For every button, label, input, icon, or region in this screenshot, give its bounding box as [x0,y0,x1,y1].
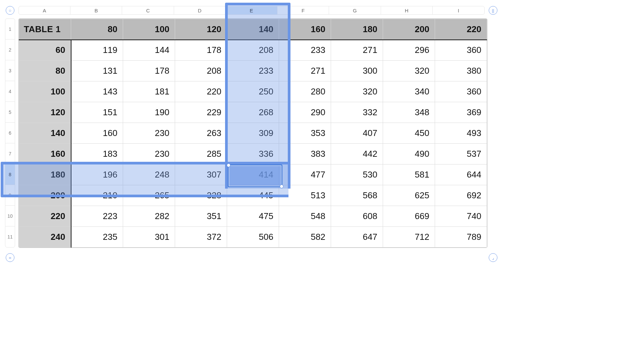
column-header-G[interactable]: G [329,6,381,14]
table-title[interactable]: TABLE 1 [19,19,71,40]
table-cell[interactable]: 647 [331,227,383,248]
table-cell[interactable]: 178 [175,40,227,61]
table-cell[interactable]: 332 [331,102,383,123]
table-row-header[interactable]: 180 [19,164,71,185]
column-header-H[interactable]: H [381,6,433,14]
table-cell[interactable]: 351 [175,206,227,227]
table-cell[interactable]: 196 [71,164,123,185]
column-header-C[interactable]: C [122,6,174,14]
table-cell[interactable]: 537 [435,144,487,164]
table-cell[interactable]: 233 [279,40,331,61]
table-cell[interactable]: 360 [435,40,487,61]
row-header-5[interactable]: 5 [5,102,15,123]
table-cell[interactable]: 414 [227,164,279,185]
table-row-header[interactable]: 120 [19,102,71,123]
table-cell[interactable]: 336 [227,144,279,164]
table-cell[interactable]: 223 [71,206,123,227]
row-header-9[interactable]: 9 [5,185,15,206]
row-header-3[interactable]: 3 [5,60,15,81]
corner-origin-button[interactable]: ○ [6,6,14,15]
corner-add-row-button[interactable]: = [6,253,14,262]
table-cell[interactable]: 360 [435,81,487,102]
column-header-I[interactable]: I [433,6,484,14]
table-cell[interactable]: 530 [331,164,383,185]
table-cell[interactable]: 271 [279,61,331,81]
table-row-header[interactable]: 160 [19,144,71,164]
table-col-header[interactable]: 140 [227,19,279,40]
column-header-E[interactable]: E [226,6,277,14]
table-cell[interactable]: 296 [383,40,435,61]
row-header-2[interactable]: 2 [5,40,15,60]
table-cell[interactable]: 608 [331,206,383,227]
column-header-B[interactable]: B [70,6,122,14]
column-header-F[interactable]: F [277,6,329,14]
table-cell[interactable]: 581 [383,164,435,185]
corner-add-column-button[interactable]: || [489,6,497,15]
table-col-header[interactable]: 100 [123,19,175,40]
table-cell[interactable]: 490 [383,144,435,164]
table-cell[interactable]: 320 [383,61,435,81]
corner-resize-button[interactable]: ⌟ [489,253,497,262]
table-row-header[interactable]: 200 [19,185,71,206]
table-cell[interactable]: 740 [435,206,487,227]
table-cell[interactable]: 160 [71,123,123,144]
table-cell[interactable]: 320 [331,81,383,102]
table-cell[interactable]: 143 [71,81,123,102]
table-cell[interactable]: 282 [123,206,175,227]
table-cell[interactable]: 229 [175,102,227,123]
table-cell[interactable]: 789 [435,227,487,248]
table-cell[interactable]: 271 [331,40,383,61]
table-cell[interactable]: 372 [175,227,227,248]
table-cell[interactable]: 692 [435,185,487,206]
row-header-1[interactable]: 1 [5,19,15,40]
table-cell[interactable]: 250 [227,81,279,102]
table-cell[interactable]: 268 [227,102,279,123]
table-cell[interactable]: 144 [123,40,175,61]
table-col-header[interactable]: 220 [435,19,487,40]
table-cell[interactable]: 513 [279,185,331,206]
table-cell[interactable]: 131 [71,61,123,81]
table-cell[interactable]: 348 [383,102,435,123]
table-cell[interactable]: 233 [227,61,279,81]
table-row-header[interactable]: 240 [19,227,71,248]
table-cell[interactable]: 235 [71,227,123,248]
table-cell[interactable]: 230 [123,123,175,144]
table-cell[interactable]: 380 [435,61,487,81]
table-col-header[interactable]: 120 [175,19,227,40]
table-row-header[interactable]: 220 [19,206,71,227]
row-header-6[interactable]: 6 [5,123,15,143]
table-cell[interactable]: 300 [331,61,383,81]
table-cell[interactable]: 644 [435,164,487,185]
table-cell[interactable]: 353 [279,123,331,144]
table-col-header[interactable]: 180 [331,19,383,40]
table-cell[interactable]: 450 [383,123,435,144]
row-header-4[interactable]: 4 [5,81,15,102]
table-cell[interactable]: 582 [279,227,331,248]
table-col-header[interactable]: 200 [383,19,435,40]
table-cell[interactable]: 119 [71,40,123,61]
table-col-header[interactable]: 80 [71,19,123,40]
table-cell[interactable]: 475 [227,206,279,227]
table-cell[interactable]: 506 [227,227,279,248]
table-cell[interactable]: 369 [435,102,487,123]
table-cell[interactable]: 493 [435,123,487,144]
table-cell[interactable]: 568 [331,185,383,206]
table-cell[interactable]: 290 [279,102,331,123]
table-cell[interactable]: 220 [175,81,227,102]
table-cell[interactable]: 208 [227,40,279,61]
table-cell[interactable]: 669 [383,206,435,227]
table-cell[interactable]: 442 [331,144,383,164]
table-cell[interactable]: 477 [279,164,331,185]
spreadsheet-body[interactable]: TABLE 1801001201401601802002206011914417… [18,18,487,248]
table-cell[interactable]: 625 [383,185,435,206]
table-cell[interactable]: 407 [331,123,383,144]
row-header-7[interactable]: 7 [5,143,15,164]
table-cell[interactable]: 309 [227,123,279,144]
table-row-header[interactable]: 60 [19,40,71,61]
column-letter-strip[interactable]: ABCDEFGHI [18,6,485,15]
table-cell[interactable]: 307 [175,164,227,185]
column-header-A[interactable]: A [19,6,70,14]
table-cell[interactable]: 181 [123,81,175,102]
table-cell[interactable]: 263 [175,123,227,144]
table-cell[interactable]: 712 [383,227,435,248]
